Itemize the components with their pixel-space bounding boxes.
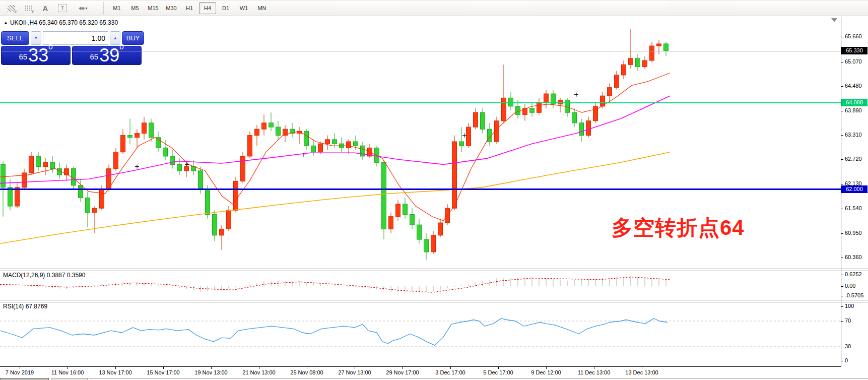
candle — [318, 144, 323, 152]
candle — [220, 229, 224, 235]
rsi-line — [0, 319, 667, 346]
timeframe-button-m5[interactable]: M5 — [126, 2, 144, 14]
indicator-axis-tick — [841, 286, 843, 287]
candle — [629, 58, 633, 65]
price-badge-64.088: 64.088 — [841, 99, 867, 106]
price-axis-label: 61.540 — [845, 205, 862, 211]
indicator-axis-tick — [841, 306, 843, 307]
candle — [36, 156, 41, 167]
indicator-axis-tick — [841, 347, 843, 347]
time-axis-tick — [115, 367, 116, 369]
timeframe-button-h4[interactable]: H4 — [199, 2, 216, 14]
candle — [466, 127, 471, 146]
chart-shift-marker-icon[interactable] — [831, 18, 837, 22]
price-axis-tick — [841, 159, 843, 160]
time-axis-label: 13 Dec 13:00 — [625, 369, 658, 375]
cross-marker-icon — [135, 165, 139, 169]
candle — [643, 60, 647, 67]
candle — [1, 164, 6, 187]
pattern-tool-icon[interactable]: E — [5, 3, 17, 14]
price-badge-62.000: 62.000 — [841, 185, 867, 193]
candle — [311, 146, 316, 152]
timeframe-button-m1[interactable]: M1 — [108, 2, 125, 14]
candle — [262, 123, 266, 129]
time-axis-label: 7 Nov 2019 — [6, 369, 34, 375]
candle — [431, 235, 436, 252]
rsi-label: RSI(14) 67.8769 — [3, 303, 47, 310]
candle — [579, 123, 584, 136]
price-axis-label: 65.660 — [845, 33, 862, 39]
candle — [664, 44, 669, 51]
time-axis-label: 29 Nov 17:00 — [386, 369, 419, 375]
time-axis-tick — [546, 367, 547, 369]
timeframe-button-w1[interactable]: W1 — [235, 2, 252, 14]
candle — [248, 136, 252, 156]
candle — [586, 121, 591, 136]
candle — [149, 123, 154, 138]
grid-tool-icon[interactable]: F — [22, 3, 34, 14]
candle — [206, 189, 210, 215]
candle — [100, 189, 104, 208]
candle — [347, 142, 351, 148]
candle — [269, 123, 274, 127]
candle — [396, 204, 400, 217]
text-a-icon[interactable]: A — [39, 3, 51, 14]
candle — [417, 225, 422, 239]
timeframe-button-h1[interactable]: H1 — [181, 2, 198, 14]
timeframe-button-m15[interactable]: M15 — [145, 2, 162, 14]
price-axis-label: 65.070 — [845, 58, 862, 65]
candle — [121, 136, 125, 152]
time-axis-tick — [163, 367, 164, 369]
timeframe-button-d1[interactable]: D1 — [217, 2, 234, 14]
price-axis-label: 64.480 — [845, 83, 862, 89]
indicator-axis-label: 0.00 — [845, 283, 855, 289]
timeframe-button-m30[interactable]: M30 — [163, 2, 180, 14]
price-axis-label: 60.360 — [845, 254, 862, 260]
indicator-axis-tick — [841, 321, 843, 322]
candle — [502, 98, 506, 120]
tab-strip-line — [89, 378, 868, 378]
price-axis-tick — [841, 209, 843, 209]
candle — [657, 44, 661, 46]
candle — [622, 65, 626, 75]
candle — [241, 156, 245, 181]
time-axis-label: 11 Dec 13:00 — [578, 369, 611, 375]
toolbar-grip[interactable] — [103, 3, 106, 14]
timeframe-toolbar: M1M5M15M30H1H4D1W1MN — [108, 2, 271, 14]
toolbar: E F A T ◆◆▾ M1M5M15M30H1H4D1W1MN — [0, 0, 868, 16]
chart-tab[interactable] — [0, 378, 49, 380]
candle — [608, 88, 612, 96]
time-axis-line — [0, 366, 841, 367]
candle — [255, 129, 259, 135]
time-axis-label: 19 Nov 13:00 — [194, 369, 227, 375]
cross-marker-icon — [574, 93, 578, 97]
candle — [163, 148, 168, 156]
indicator-axis-label: -0.5705 — [845, 292, 863, 298]
time-axis-label: 3 Dec 17:00 — [435, 369, 465, 375]
indicator-axis-tick — [841, 296, 843, 296]
timeframe-button-mn[interactable]: MN — [253, 2, 271, 14]
candle — [93, 208, 97, 212]
candle — [177, 164, 182, 170]
time-axis-tick — [68, 367, 68, 369]
chevron-down-icon: ▾ — [85, 6, 87, 11]
candle — [86, 198, 90, 213]
indicator-axis-label: 70 — [845, 318, 851, 324]
time-axis-tick — [20, 367, 20, 369]
textbox-tool-icon[interactable]: T — [56, 3, 69, 14]
chart-tab[interactable] — [51, 378, 88, 380]
style-tool-icon[interactable]: ◆◆▾ — [74, 3, 93, 14]
price-axis-tick — [841, 62, 843, 62]
time-axis-label: 13 Nov 17:00 — [99, 369, 131, 375]
candle — [481, 112, 485, 129]
indicator-axis-label: 0 — [845, 357, 848, 363]
candle — [184, 167, 189, 171]
macd-label: MACD(12,26,9) 0.3887 0.3590 — [3, 272, 85, 279]
chart-annotation-text: 多空转折点64 — [612, 214, 745, 242]
time-axis-label: 27 Nov 13:00 — [338, 369, 371, 375]
macd-indicator-chart — [0, 270, 841, 300]
cross-marker-icon — [185, 162, 189, 166]
candle — [332, 140, 337, 144]
candle — [537, 102, 542, 113]
candle — [459, 142, 464, 146]
